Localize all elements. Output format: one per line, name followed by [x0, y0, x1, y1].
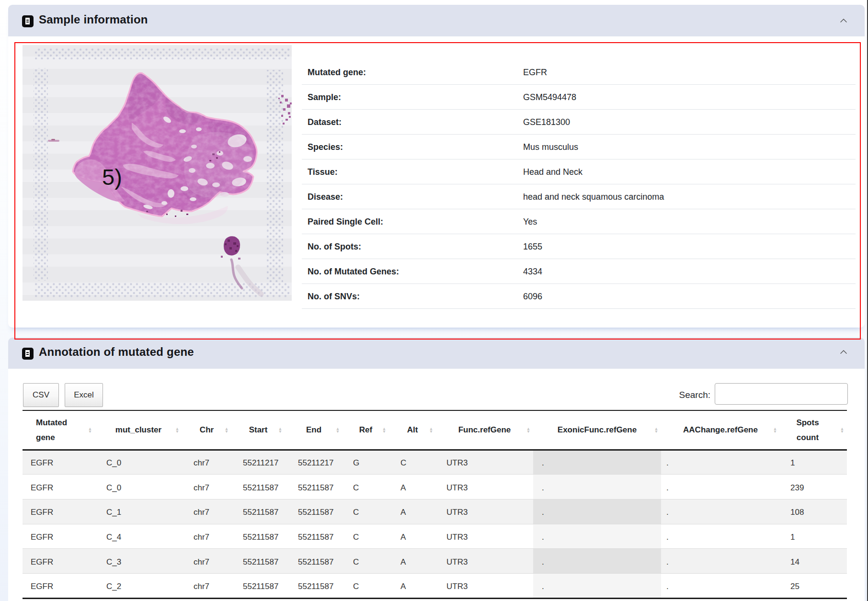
svg-text:5): 5) [102, 164, 122, 190]
